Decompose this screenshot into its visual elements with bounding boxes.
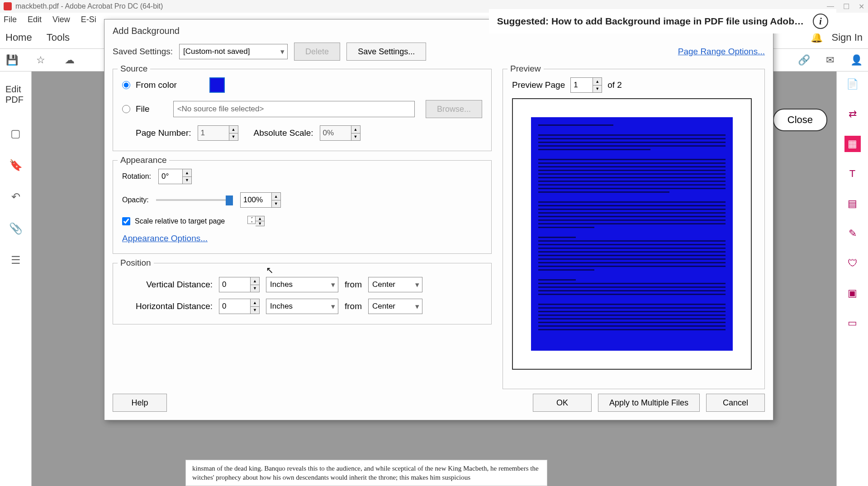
slider-thumb[interactable] [226, 195, 233, 205]
suggested-text: Suggested: How to add Background image i… [497, 16, 804, 27]
spinner-down-icon[interactable]: ▼ [251, 307, 259, 314]
link-icon[interactable]: 🔗 [797, 54, 810, 67]
vdist-spinner[interactable]: ▲▼ [219, 277, 260, 292]
saved-settings-select[interactable]: [Custom-not saved] [179, 44, 288, 59]
absolute-scale-spinner[interactable]: ▲▼ [320, 125, 360, 141]
vdist-units-select[interactable]: Inches [266, 277, 338, 292]
spinner-up-icon[interactable]: ▲ [593, 78, 602, 86]
file-radio[interactable] [122, 105, 130, 113]
spinner-up-icon[interactable]: ▲ [351, 126, 360, 133]
attach-icon[interactable]: 📎 [9, 222, 23, 235]
spinner-up-icon[interactable]: ▲ [229, 126, 238, 133]
layers-icon[interactable]: ☰ [9, 253, 23, 267]
file-input[interactable] [173, 101, 415, 117]
from-label: from [345, 280, 362, 290]
document-text: kinsman of the dead king. Banquo reveals… [185, 460, 547, 486]
tab-tools[interactable]: Tools [47, 32, 70, 43]
tab-home[interactable]: Home [5, 32, 32, 43]
appearance-legend: Appearance [118, 155, 169, 165]
save-icon[interactable]: 💾 [5, 54, 18, 67]
protect-icon[interactable]: 🛡 [844, 255, 861, 272]
apply-multiple-button[interactable]: Apply to Multiple Files [598, 394, 700, 412]
text-icon[interactable]: T [844, 166, 861, 182]
scale-checkbox[interactable] [122, 217, 130, 225]
close-icon[interactable]: ✕ [859, 2, 864, 11]
rotation-spinner[interactable]: ▲▼ [158, 169, 192, 184]
from-color-label: From color [136, 80, 177, 90]
menu-edit[interactable]: Edit [28, 15, 42, 24]
delete-button[interactable]: Delete [294, 43, 340, 61]
bookmark-icon[interactable]: 🔖 [9, 158, 23, 172]
page-number-spinner[interactable]: ▲▼ [198, 125, 238, 141]
opacity-slider[interactable] [156, 199, 233, 201]
spinner-down-icon[interactable]: ▼ [593, 86, 602, 93]
vdist-from-select[interactable]: Center [368, 277, 422, 292]
edit-pdf-icon[interactable]: ▦ [844, 136, 861, 152]
absolute-scale-input [320, 125, 351, 141]
menu-esign[interactable]: E-Si [81, 15, 96, 24]
scale-input[interactable] [247, 216, 256, 224]
file-label: File [136, 104, 150, 114]
save-settings-button[interactable]: Save Settings... [346, 43, 426, 61]
spinner-up-icon[interactable]: ▲ [183, 169, 191, 177]
preview-fieldset: Preview Preview Page ▲▼ of 2 [503, 69, 765, 389]
vdist-input[interactable] [219, 277, 251, 292]
maximize-icon[interactable]: ☐ [843, 2, 849, 11]
spinner-down-icon[interactable]: ▼ [229, 133, 238, 141]
ok-button[interactable]: OK [533, 394, 592, 412]
info-icon[interactable]: i [813, 14, 828, 29]
page-number-label: Page Number: [136, 128, 191, 138]
preview-thumbnail [512, 98, 752, 370]
scale-spinner[interactable]: ▲▼ [247, 216, 265, 226]
preview-of-label: of 2 [607, 80, 622, 90]
spinner-down-icon[interactable]: ▼ [251, 285, 259, 292]
hdist-from-select[interactable]: Center [368, 299, 422, 314]
preview-page-input[interactable] [570, 77, 593, 93]
close-panel-button[interactable]: Close [773, 109, 827, 131]
spinner-down-icon[interactable]: ▼ [256, 221, 264, 226]
source-legend: Source [118, 64, 150, 74]
undo-icon[interactable]: ↶ [9, 190, 23, 204]
page-range-link[interactable]: Page Range Options... [678, 47, 765, 57]
spinner-up-icon[interactable]: ▲ [256, 216, 264, 221]
compress-icon[interactable]: ▣ [844, 285, 861, 301]
menu-view[interactable]: View [52, 15, 70, 24]
hdist-label: Horizontal Distance: [122, 301, 213, 311]
color-swatch[interactable] [209, 77, 225, 93]
preview-page-spinner[interactable]: ▲▼ [570, 77, 602, 93]
from-color-radio[interactable] [122, 81, 130, 89]
menu-file[interactable]: File [4, 15, 17, 24]
browse-button[interactable]: Browse... [426, 100, 482, 118]
organize-icon[interactable]: ▤ [844, 195, 861, 212]
spinner-up-icon[interactable]: ▲ [251, 277, 259, 285]
spinner-down-icon[interactable]: ▼ [183, 177, 191, 184]
spinner-up-icon[interactable]: ▲ [272, 193, 280, 200]
pages-icon[interactable]: ▢ [9, 127, 23, 140]
saved-settings-label: Saved Settings: [113, 47, 173, 57]
user-icon[interactable]: 👤 [850, 54, 863, 67]
hdist-input[interactable] [219, 299, 251, 314]
opacity-input[interactable] [240, 192, 272, 208]
mail-icon[interactable]: ✉ [824, 54, 836, 67]
rotation-input[interactable] [158, 169, 183, 184]
edit-pdf-label[interactable]: Edit PDF [0, 81, 31, 109]
opacity-label: Opacity: [122, 196, 149, 204]
spinner-up-icon[interactable]: ▲ [251, 299, 259, 307]
appearance-options-link[interactable]: Appearance Options... [122, 233, 208, 243]
help-button[interactable]: Help [113, 394, 167, 412]
star-icon[interactable]: ☆ [34, 54, 47, 67]
spinner-down-icon[interactable]: ▼ [272, 200, 280, 208]
cursor-icon: ↖ [266, 265, 274, 276]
left-sidebar: Edit PDF ▢ 🔖 ↶ 📎 ☰ [0, 71, 32, 486]
redact-icon[interactable]: ▭ [844, 315, 861, 331]
hdist-units-select[interactable]: Inches [266, 299, 338, 314]
create-pdf-icon[interactable]: 📄 [844, 76, 861, 92]
sign-icon[interactable]: ✎ [844, 225, 861, 242]
opacity-spinner[interactable]: ▲▼ [240, 192, 281, 208]
suggested-bar: Suggested: How to add Background image i… [489, 9, 836, 33]
export-pdf-icon[interactable]: ⇄ [844, 106, 861, 122]
cloud-icon[interactable]: ☁ [63, 54, 76, 67]
cancel-button[interactable]: Cancel [706, 394, 765, 412]
hdist-spinner[interactable]: ▲▼ [219, 299, 260, 314]
spinner-down-icon[interactable]: ▼ [351, 133, 360, 141]
